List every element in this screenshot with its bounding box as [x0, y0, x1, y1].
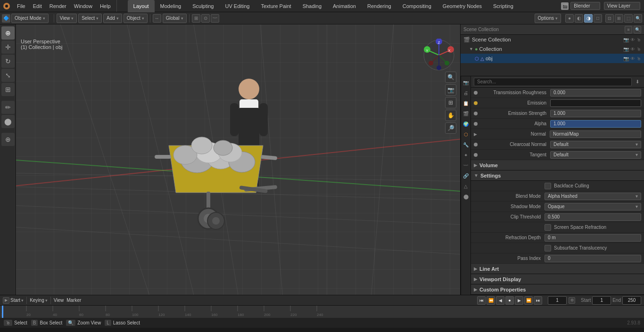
screen-space-refraction-checkbox[interactable]: [545, 224, 551, 231]
emission-strength-dot[interactable]: [474, 112, 478, 115]
world-props-icon[interactable]: 🌍: [461, 119, 471, 129]
current-frame-field[interactable]: 1: [548, 296, 567, 305]
next-frame-btn[interactable]: ▶: [515, 296, 523, 305]
tab-compositing[interactable]: Compositing: [397, 0, 437, 12]
outliner-search-btn[interactable]: 🔍: [634, 26, 641, 33]
collection-eye-icon[interactable]: 👁: [630, 47, 635, 52]
menu-edit[interactable]: Edit: [29, 0, 46, 12]
emission-value[interactable]: [550, 99, 641, 107]
scene-props-icon[interactable]: 🎬: [461, 109, 471, 118]
view-selector[interactable]: View: [54, 298, 64, 303]
zoom-btn[interactable]: 🔎: [445, 122, 456, 134]
end-frame-field[interactable]: 250: [622, 296, 641, 305]
transmission-roughness-value[interactable]: 0.000: [550, 89, 641, 97]
modifier-props-icon[interactable]: 🔧: [461, 140, 471, 149]
material-props-icon[interactable]: ⬤: [461, 192, 471, 201]
tab-sculpting[interactable]: Sculpting: [187, 0, 219, 12]
tab-rendering[interactable]: Rendering: [362, 0, 397, 12]
subsurface-translucency-checkbox[interactable]: [545, 245, 551, 251]
prev-frame-btn[interactable]: ◀: [496, 296, 504, 305]
tool-move[interactable]: ✛: [1, 40, 15, 54]
outliner-filter-btn[interactable]: ≡: [625, 26, 632, 33]
props-search-input[interactable]: [474, 78, 632, 86]
snap-icon[interactable]: ⊞: [192, 14, 200, 23]
menu-help[interactable]: Help: [96, 0, 115, 12]
object-menu[interactable]: Object: [124, 14, 148, 23]
tab-layout[interactable]: Layout: [128, 0, 155, 12]
viewport-shading-wireframe[interactable]: □: [594, 14, 602, 23]
normal-expand-arrow[interactable]: ▶: [474, 132, 477, 137]
pass-index-value[interactable]: 0: [545, 255, 641, 262]
options-btn[interactable]: Options: [535, 14, 561, 23]
tool-transform[interactable]: ⊞: [1, 83, 15, 96]
tab-animation[interactable]: Animation: [327, 0, 362, 12]
render-props-icon[interactable]: 📷: [461, 78, 471, 87]
tool-add-object[interactable]: ⊕: [1, 133, 15, 146]
blender-logo[interactable]: [0, 0, 13, 12]
select-menu[interactable]: Select: [78, 14, 102, 23]
tab-scripting[interactable]: Scripting: [487, 0, 519, 12]
object-mode-icon[interactable]: 🔷: [2, 14, 10, 23]
viewport-shading-rendered[interactable]: ◑: [584, 14, 593, 23]
next-keyframe-btn[interactable]: ⏩: [524, 296, 533, 305]
custom-properties-section-header[interactable]: ▶ Custom Properties: [471, 284, 644, 295]
transform-selector[interactable]: Global: [163, 14, 187, 23]
tool-measure[interactable]: ⬤: [1, 115, 15, 128]
emission-dot[interactable]: [474, 101, 478, 105]
menu-file[interactable]: File: [13, 0, 29, 12]
physics-props-icon[interactable]: 〰: [461, 161, 471, 170]
outliner-scene-collection[interactable]: 🎬 Scene Collection 📷 👁 🖱: [461, 35, 644, 44]
zoom-to-cursor-btn[interactable]: 🔍: [445, 72, 456, 83]
play-btn[interactable]: ●: [505, 296, 514, 305]
outliner-collection[interactable]: ▼ ● Collection 📷 👁 🖱: [461, 44, 644, 54]
search-btn[interactable]: 🔍: [634, 14, 642, 23]
gizmo-btn[interactable]: ⊞: [615, 14, 623, 23]
blend-mode-value[interactable]: Alpha Hashed: [545, 193, 641, 200]
tab-texture-paint[interactable]: Texture Paint: [255, 0, 297, 12]
clip-threshold-value[interactable]: 0.500: [545, 213, 641, 221]
prev-keyframe-btn[interactable]: ⏪: [487, 296, 495, 305]
tab-geometry-nodes[interactable]: Geometry Nodes: [437, 0, 487, 12]
alpha-value[interactable]: 1.000: [550, 120, 641, 128]
tangent-value[interactable]: Default: [550, 151, 641, 159]
keying-selector[interactable]: Keying ▾: [30, 298, 48, 303]
line-art-section-header[interactable]: ▶ Line Art: [471, 264, 644, 274]
props-search-icon[interactable]: ⬇: [634, 78, 641, 86]
grid-btn[interactable]: ⊞: [445, 97, 456, 108]
overlay-btn[interactable]: ⊡: [605, 14, 614, 23]
object-props-icon[interactable]: ⬡: [461, 130, 471, 139]
data-props-icon[interactable]: △: [461, 181, 471, 191]
navigation-gizmo[interactable]: X Y Z: [422, 39, 455, 72]
mode-selector[interactable]: Object Mode: [11, 14, 49, 23]
marker-selector[interactable]: Marker: [66, 298, 81, 303]
output-props-icon[interactable]: 🖨: [461, 88, 471, 97]
menu-render[interactable]: Render: [46, 0, 70, 12]
obj-select-icon[interactable]: 🖱: [636, 56, 641, 61]
add-menu[interactable]: Add: [103, 14, 122, 23]
collection-select-icon[interactable]: 🖱: [636, 47, 641, 52]
constraints-props-icon[interactable]: 🔗: [461, 171, 471, 180]
shadow-mode-value[interactable]: Opaque: [545, 203, 641, 211]
proportional-edit-icon[interactable]: ⊙: [201, 14, 210, 23]
snap-element-icon[interactable]: 〰: [211, 14, 219, 23]
render-visibility-icon[interactable]: 📷: [623, 37, 629, 42]
outliner-obj[interactable]: ⬡ △ obj 📷 👁 🖱: [461, 54, 644, 63]
jump-end-btn[interactable]: ⏭: [534, 296, 542, 305]
clearcoat-normal-dot[interactable]: [474, 143, 478, 146]
tool-annotate[interactable]: ✏: [1, 101, 15, 114]
backface-culling-checkbox[interactable]: [545, 183, 551, 189]
collection-render-icon[interactable]: 📷: [623, 47, 629, 52]
tool-scale[interactable]: ⤡: [1, 69, 15, 82]
tab-shading[interactable]: Shading: [297, 0, 327, 12]
start-frame-field[interactable]: 1: [592, 296, 611, 305]
particles-props-icon[interactable]: ✦: [461, 150, 471, 160]
volume-section-header[interactable]: ▶ Volume: [471, 160, 644, 170]
emission-strength-value[interactable]: 1.000: [550, 110, 641, 117]
settings-section-header[interactable]: ▼ Settings: [471, 170, 644, 181]
view-menu[interactable]: View: [57, 14, 77, 23]
transform-orient-icon[interactable]: ↔: [153, 14, 161, 23]
viewport-3d[interactable]: User Perspective (1) Collection | obj X …: [16, 24, 460, 295]
collection-expand-arrow[interactable]: ▼: [469, 47, 473, 51]
tangent-dot[interactable]: [474, 153, 478, 157]
alpha-dot[interactable]: [474, 122, 478, 126]
